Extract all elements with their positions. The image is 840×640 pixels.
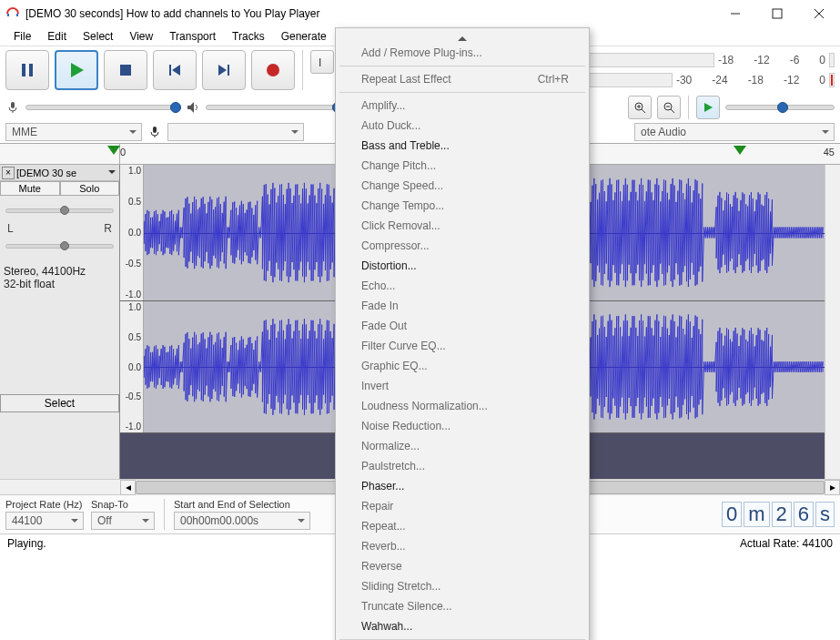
scroll-left-button[interactable]: ◂ bbox=[120, 480, 136, 495]
mute-button[interactable]: Mute bbox=[0, 181, 60, 196]
menu-edit[interactable]: Edit bbox=[39, 28, 75, 45]
menu-item-invert[interactable]: Invert bbox=[336, 376, 589, 396]
svg-rect-1 bbox=[773, 9, 782, 18]
zoom-out-icon[interactable] bbox=[657, 96, 681, 119]
menu-item-truncate-silence[interactable]: Truncate Silence... bbox=[336, 596, 589, 616]
svg-marker-19 bbox=[187, 102, 194, 113]
play-button[interactable] bbox=[55, 50, 98, 90]
actual-rate-text: Actual Rate: 44100 bbox=[740, 537, 833, 550]
menu-item-reverse[interactable]: Reverse bbox=[336, 556, 589, 576]
pause-button[interactable] bbox=[5, 50, 49, 90]
menu-item-auto-duck[interactable]: Auto Duck... bbox=[336, 116, 589, 136]
playback-level-slider[interactable] bbox=[206, 105, 342, 110]
menu-item-filter-curve-eq[interactable]: Filter Curve EQ... bbox=[336, 336, 589, 356]
menu-separator bbox=[339, 92, 585, 93]
menu-item-change-pitch[interactable]: Change Pitch... bbox=[336, 156, 589, 176]
meter-ticks: -18-12-60 bbox=[718, 54, 825, 66]
menu-item-distortion[interactable]: Distortion... bbox=[336, 256, 589, 276]
solo-button[interactable]: Solo bbox=[60, 181, 120, 196]
menu-item-phaser[interactable]: Phaser... bbox=[336, 476, 589, 496]
clip-indicator bbox=[829, 53, 835, 67]
playhead-icon[interactable] bbox=[734, 146, 746, 161]
close-track-button[interactable]: × bbox=[2, 167, 15, 179]
menu-item-echo[interactable]: Echo... bbox=[336, 276, 589, 296]
close-button[interactable] bbox=[798, 0, 840, 27]
playback-device-combo[interactable]: ote Audio bbox=[634, 123, 835, 141]
selection-range-label: Start and End of Selection bbox=[174, 499, 310, 510]
stop-button[interactable] bbox=[104, 50, 147, 90]
play-speed-slider[interactable] bbox=[725, 105, 835, 110]
maximize-button[interactable] bbox=[756, 0, 798, 27]
amplitude-ruler: 1.00.50.0-0.5-1.0 bbox=[120, 301, 144, 432]
audio-host-combo[interactable]: MME bbox=[5, 123, 142, 141]
effect-menu: Add / Remove Plug-ins... Repeat Last Eff… bbox=[335, 27, 590, 640]
selection-start-field[interactable]: 00h00m00.000s bbox=[174, 512, 310, 530]
selection-tool-icon[interactable]: I bbox=[310, 50, 334, 74]
amplitude-ruler: 1.00.50.0-0.5-1.0 bbox=[120, 165, 144, 300]
speaker-icon bbox=[186, 100, 200, 115]
menu-item-repeat[interactable]: Repeat... bbox=[336, 516, 589, 536]
shortcut-label: Ctrl+R bbox=[538, 73, 569, 86]
svg-text:I: I bbox=[319, 56, 321, 68]
vertical-scrollbar[interactable] bbox=[825, 165, 840, 479]
record-device-combo[interactable] bbox=[167, 123, 304, 141]
playhead-icon[interactable] bbox=[107, 146, 120, 161]
svg-line-27 bbox=[642, 109, 645, 113]
menu-view[interactable]: View bbox=[121, 28, 161, 45]
ruler-tick: 45 bbox=[824, 147, 835, 157]
skip-start-button[interactable] bbox=[153, 50, 197, 90]
select-track-button[interactable]: Select bbox=[0, 394, 119, 412]
scroll-right-button[interactable]: ▸ bbox=[825, 480, 840, 495]
menu-item-paulstretch[interactable]: Paulstretch... bbox=[336, 456, 589, 476]
menu-item-wahwah[interactable]: Wahwah... bbox=[336, 616, 589, 636]
menu-item-graphic-eq[interactable]: Graphic EQ... bbox=[336, 356, 589, 376]
titlebar: [DEMO 30 seconds] How to add channels to… bbox=[0, 0, 840, 27]
pan-slider[interactable] bbox=[5, 244, 114, 249]
audio-position-display[interactable]: 0m26s bbox=[722, 502, 835, 527]
zoom-in-icon[interactable] bbox=[628, 96, 652, 119]
track-name[interactable]: [DEMO 30 se bbox=[16, 168, 105, 178]
menu-item-repair[interactable]: Repair bbox=[336, 496, 589, 516]
ruler-tick: 0 bbox=[120, 147, 126, 157]
svg-marker-6 bbox=[71, 63, 84, 77]
menu-item-change-speed[interactable]: Change Speed... bbox=[336, 176, 589, 196]
menu-item-normalize[interactable]: Normalize... bbox=[336, 436, 589, 456]
clip-indicator bbox=[829, 73, 835, 87]
menu-item-repeat-last[interactable]: Repeat Last EffectCtrl+R bbox=[336, 69, 589, 89]
track-menu-icon[interactable] bbox=[108, 170, 116, 178]
track-format-info: Stereo, 44100Hz 32-bit float bbox=[0, 261, 119, 294]
play-at-speed-icon[interactable] bbox=[696, 96, 720, 119]
minimize-button[interactable] bbox=[714, 0, 756, 27]
project-rate-combo[interactable]: 44100 bbox=[5, 512, 84, 530]
record-button[interactable] bbox=[251, 50, 295, 90]
svg-point-12 bbox=[267, 64, 279, 76]
skip-end-button[interactable] bbox=[202, 50, 246, 90]
svg-marker-10 bbox=[218, 65, 227, 76]
menu-item-change-tempo[interactable]: Change Tempo... bbox=[336, 196, 589, 216]
divider bbox=[302, 50, 303, 90]
record-level-slider[interactable] bbox=[25, 105, 180, 110]
menu-item-fade-in[interactable]: Fade In bbox=[336, 296, 589, 316]
menu-item-click-removal[interactable]: Click Removal... bbox=[336, 216, 589, 236]
menu-file[interactable]: File bbox=[5, 28, 39, 45]
snap-to-combo[interactable]: Off bbox=[91, 512, 155, 530]
menu-generate[interactable]: Generate bbox=[273, 28, 335, 45]
gain-slider[interactable] bbox=[5, 208, 114, 213]
menu-item-sliding-stretch[interactable]: Sliding Stretch... bbox=[336, 576, 589, 596]
mic-icon bbox=[147, 125, 162, 139]
svg-marker-31 bbox=[704, 103, 713, 112]
menu-item-add-remove-plugins[interactable]: Add / Remove Plug-ins... bbox=[336, 43, 589, 63]
menu-item-noise-reduction[interactable]: Noise Reduction... bbox=[336, 416, 589, 436]
window-title: [DEMO 30 seconds] How to add channels to… bbox=[25, 7, 714, 20]
menu-item-loudness-normalization[interactable]: Loudness Normalization... bbox=[336, 396, 589, 416]
menu-tracks[interactable]: Tracks bbox=[224, 28, 273, 45]
svg-rect-7 bbox=[120, 65, 131, 76]
menu-select[interactable]: Select bbox=[75, 28, 121, 45]
menu-item-bass-and-treble[interactable]: Bass and Treble... bbox=[336, 136, 589, 156]
menu-item-compressor[interactable]: Compressor... bbox=[336, 236, 589, 256]
menu-scroll-up[interactable] bbox=[336, 30, 589, 43]
menu-item-amplify[interactable]: Amplify... bbox=[336, 96, 589, 116]
menu-transport[interactable]: Transport bbox=[161, 28, 224, 45]
menu-item-reverb[interactable]: Reverb... bbox=[336, 536, 589, 556]
menu-item-fade-out[interactable]: Fade Out bbox=[336, 316, 589, 336]
